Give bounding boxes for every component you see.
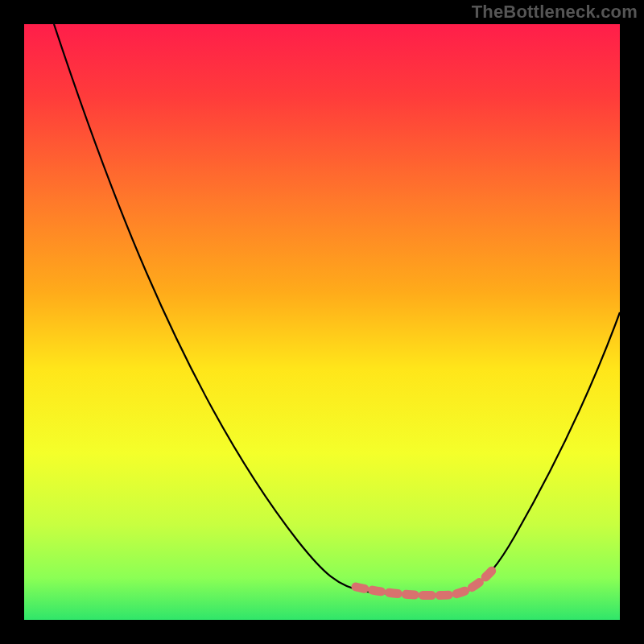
plot-background-gradient [24,24,620,620]
watermark-text: TheBottleneck.com [472,2,638,23]
bottleneck-curve-plot [0,0,644,644]
chart-frame: TheBottleneck.com [0,0,644,644]
